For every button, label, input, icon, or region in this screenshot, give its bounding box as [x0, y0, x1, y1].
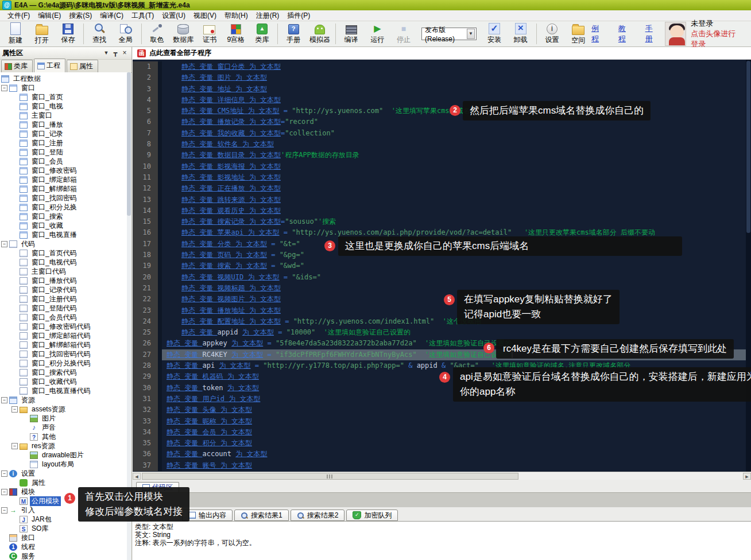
scroll-left-icon[interactable]: ◀	[133, 473, 141, 480]
tree-item[interactable]: −res资源	[0, 441, 127, 450]
install-button[interactable]: 安装	[481, 22, 508, 46]
tree-item[interactable]: −i设置	[0, 469, 127, 478]
tree-item[interactable]: 窗口_解绑邮箱代码	[0, 340, 127, 349]
code-line[interactable]: 9静态 变量 数据目录 为 文本型'程序APP数据的存放目录	[133, 150, 751, 161]
tree-item[interactable]: 窗口_收藏代码	[0, 377, 127, 386]
menu-item-settings[interactable]: 设置(U)	[158, 10, 189, 22]
menu-item-tools[interactable]: 工具(T)	[127, 10, 158, 22]
tree-item[interactable]: 窗口_收藏	[0, 221, 127, 230]
emulator-button[interactable]: 模拟器	[307, 22, 333, 46]
code-line[interactable]: 20静态 变量 视频UID 为 文本型 = "&ids="	[133, 272, 751, 283]
tree-item[interactable]: 窗口_登陆代码	[0, 304, 127, 313]
title-bar[interactable]: @ E4A — G:\e4a源码\多咪电视tv版\多咪视频_新增蓝光.e4a	[0, 0, 751, 10]
compile-button[interactable]: 编译	[338, 22, 365, 46]
tab-search2[interactable]: 搜索结果2	[291, 510, 345, 521]
tree-item[interactable]: 窗口_播放代码	[0, 276, 127, 285]
tree-expander-icon[interactable]: −	[1, 241, 7, 247]
code-line[interactable]: 24静态 变量 配置地址 为 文本型 = "http://ys.yuenos.c…	[133, 316, 751, 327]
panel-collapse-icon[interactable]: ▼	[102, 49, 111, 57]
class-lib-button[interactable]: 类库	[249, 22, 276, 46]
code-line[interactable]: 2静态 变量 图片 为 文本型	[133, 72, 751, 83]
code-line[interactable]: 32静态 变量 头像 为 文本型	[133, 405, 751, 415]
code-vertical-scrollbar[interactable]	[746, 60, 751, 472]
code-line[interactable]: 21静态 变量 视频标题 为 文本型	[133, 283, 751, 294]
menu-item-edit[interactable]: 编辑(E)	[34, 10, 65, 22]
code-line[interactable]: 33静态 变量 昵称 为 文本型	[133, 416, 751, 427]
tree-item[interactable]: 窗口_积分兑换	[0, 203, 127, 212]
tree-item[interactable]: 窗口_绑定邮箱	[0, 175, 127, 184]
new-button[interactable]: 新建	[2, 22, 29, 46]
tree-item[interactable]: 窗口_解绑邮箱	[0, 184, 127, 193]
space-button[interactable]: 空间	[565, 22, 591, 46]
menu-item-file[interactable]: 文件(F)	[3, 10, 34, 22]
code-line[interactable]: 11静态 变量 影视地址 为 文本型	[133, 172, 751, 183]
link-tutorials[interactable]: 教程	[618, 24, 630, 44]
pick-color-button[interactable]: 取色	[144, 22, 171, 46]
code-line[interactable]: 34静态 变量 会员 为 文本型	[133, 427, 751, 438]
panel-tab-properties[interactable]: 属性	[67, 60, 98, 72]
tree-item[interactable]: 属性	[0, 478, 127, 487]
tree-item[interactable]: −assets资源	[0, 405, 127, 414]
tree-item[interactable]: layout布局	[0, 460, 127, 469]
tree-item[interactable]: −资源	[0, 395, 127, 405]
menu-item-search[interactable]: 搜索(S)	[65, 10, 96, 22]
code-line[interactable]: 36静态 变量 account 为 文本型	[133, 449, 751, 460]
scroll-right-icon[interactable]: ▶	[743, 473, 751, 480]
tree-expander-icon[interactable]: −	[1, 397, 7, 403]
code-line[interactable]: 4静态 变量 详细信息 为 文本型	[133, 95, 751, 106]
grid9-button[interactable]: 9宫格	[223, 22, 249, 46]
code-line[interactable]: 12静态 变量 正在播放 为 文本型	[133, 183, 751, 194]
tree-item[interactable]: −窗口	[0, 83, 127, 92]
code-line[interactable]: 37静态 变量 账号 为 文本型	[133, 460, 751, 471]
tree-expander-icon[interactable]: −	[1, 489, 7, 495]
global-button[interactable]: 全局	[113, 22, 139, 46]
tree-item[interactable]: 主窗口	[0, 111, 127, 120]
certificate-button[interactable]: 证书	[196, 22, 223, 46]
tree-item[interactable]: 工程数据	[0, 74, 127, 83]
code-line[interactable]: 22静态 变量 视频图片 为 文本型	[133, 294, 751, 305]
tree-item[interactable]: 主窗口代码	[0, 267, 127, 276]
release-dropdown[interactable]: 发布版(Release)▼	[421, 28, 477, 40]
tree-item[interactable]: 窗口_电视直播代码	[0, 386, 127, 395]
code-horizontal-scrollbar[interactable]: ◀ ▶	[133, 472, 751, 480]
tree-expander-icon[interactable]: −	[1, 507, 7, 514]
run-button[interactable]: 运行	[364, 22, 390, 46]
tree-item[interactable]: 窗口_播放	[0, 120, 127, 129]
tree-item[interactable]: SSO库	[0, 524, 127, 533]
tree-item[interactable]: 窗口_搜索	[0, 212, 127, 221]
tree-expander-icon[interactable]: −	[1, 85, 7, 91]
tree-item[interactable]: 窗口_登陆	[0, 147, 127, 157]
code-line[interactable]: 8静态 变量 软件名 为 文本型	[133, 139, 751, 150]
tree-item[interactable]: 窗口_找回密码	[0, 193, 127, 203]
tree-item[interactable]: 1线程	[0, 542, 127, 551]
tree-item[interactable]: 窗口_电视直播	[0, 230, 127, 239]
tab-search1[interactable]: 搜索结果1	[234, 510, 289, 521]
code-line[interactable]: 23静态 变量 播放地址 为 文本型	[133, 305, 751, 316]
code-line[interactable]: 15静态 变量 搜索记录 为 文本型="sousuo"'搜索	[133, 216, 751, 227]
uninstall-button[interactable]: 卸载	[508, 22, 534, 46]
tree-item[interactable]: 窗口_记录代码	[0, 285, 127, 294]
panel-tab-project[interactable]: 工程	[34, 59, 65, 72]
tree-item[interactable]: 窗口_修改密码	[0, 166, 127, 175]
tree-item[interactable]: C服务	[0, 551, 127, 560]
tree-expander-icon[interactable]: −	[1, 470, 7, 477]
menu-item-register[interactable]: 注册(R)	[252, 10, 284, 22]
menu-item-compile[interactable]: 编译(C)	[96, 10, 127, 22]
code-line[interactable]: 3静态 变量 地址 为 文本型	[133, 84, 751, 95]
code-line[interactable]: 1静态 变量 窗口分类 为 文本型	[133, 61, 751, 72]
tree-expander-icon[interactable]: −	[11, 406, 18, 413]
manual-button[interactable]: 手册	[280, 22, 307, 46]
tree-item[interactable]: 窗口_注册代码	[0, 294, 127, 304]
tree-item[interactable]: 窗口_首页	[0, 92, 127, 102]
settings-button[interactable]: 设置	[539, 22, 566, 46]
tree-item[interactable]: 接口	[0, 533, 127, 542]
tree-item[interactable]: drawable图片	[0, 450, 127, 460]
link-handbook[interactable]: 手册	[645, 24, 657, 44]
menu-item-plugins[interactable]: 插件(P)	[283, 10, 314, 22]
panel-pin-icon[interactable]: ┳	[111, 49, 120, 57]
tab-output[interactable]: 输出内容	[182, 510, 233, 521]
code-line[interactable]: 14静态 变量 观看历史 为 文本型	[133, 205, 751, 216]
panel-close-icon[interactable]: ×	[120, 49, 129, 57]
tree-item[interactable]: 窗口_找回密码代码	[0, 349, 127, 359]
tree-expander-icon[interactable]: −	[11, 443, 18, 449]
